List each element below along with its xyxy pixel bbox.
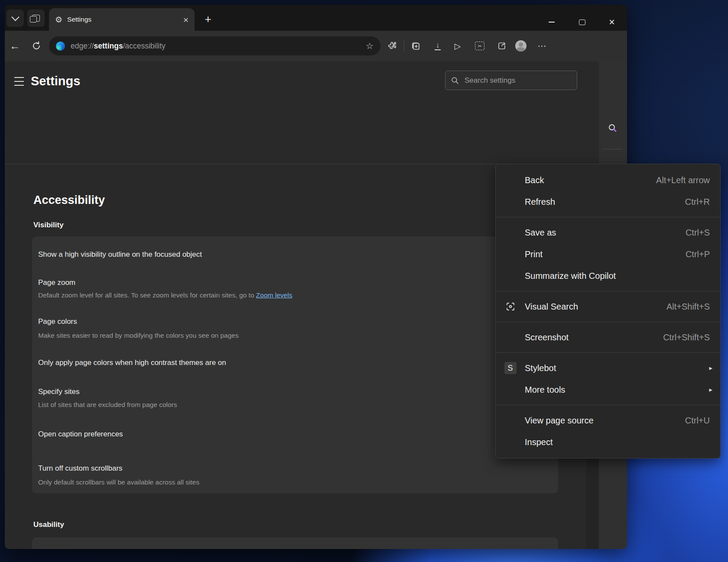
toolbar-divider [404, 40, 404, 52]
menu-item-stylebot[interactable]: S Stylebot ▸ [496, 357, 720, 379]
tab-title: Settings [67, 16, 183, 23]
workspaces-button[interactable] [27, 10, 45, 27]
collections-icon [410, 41, 421, 51]
hamburger-icon [14, 77, 24, 78]
stylebot-icon: S [504, 362, 517, 374]
chevron-down-icon [11, 13, 19, 21]
close-window-button[interactable]: × [603, 14, 621, 30]
menu-divider [496, 352, 720, 353]
menu-item-more-tools[interactable]: More tools ▸ [496, 379, 720, 401]
menu-divider [496, 322, 720, 322]
search-input[interactable] [464, 76, 571, 85]
visibility-card: Show a high visibility outline on the fo… [32, 236, 558, 493]
menu-item-save-as[interactable]: Save as Ctrl+S [496, 222, 720, 243]
minimize-button[interactable] [543, 14, 561, 30]
desktop: { "titlebar": { "tab_title": "Settings" … [0, 0, 728, 562]
section-heading: Accessibility [33, 194, 105, 207]
refresh-button[interactable] [29, 39, 44, 53]
menu-item-view-page-source[interactable]: View page source Ctrl+U [496, 410, 720, 431]
setting-row-specify-sites[interactable]: Specify sites [38, 388, 79, 396]
tab-actions-button[interactable] [6, 10, 24, 27]
setting-row: Turn off custom scrollbars [38, 464, 123, 473]
menu-item-visual-search[interactable]: Visual Search Alt+Shift+S [496, 296, 720, 317]
zoom-levels-link[interactable]: Zoom levels [256, 291, 292, 299]
favorite-star-icon[interactable]: ☆ [366, 41, 374, 51]
page-title: Settings [31, 74, 80, 88]
sidebar-search-button[interactable] [603, 118, 623, 138]
setting-row: Only apply page colors when high contras… [38, 359, 226, 367]
settings-menu-button[interactable] [14, 77, 24, 86]
usability-card: Get image descriptions for screen reader… [32, 537, 558, 549]
ellipsis-icon: ⋯ [538, 41, 547, 51]
collections-button[interactable] [408, 39, 423, 53]
puzzle-icon [387, 41, 398, 51]
setting-desc: Default zoom level for all sites. To see… [38, 291, 292, 299]
menu-item-back[interactable]: Back Alt+Left arrow [496, 169, 720, 191]
setting-desc: List of sites that are excluded from pag… [38, 401, 177, 409]
search-icon [451, 77, 459, 84]
setting-desc: Only default scrollbars will be availabl… [38, 478, 199, 486]
share-icon [497, 41, 507, 51]
subsection-usability: Usability [33, 520, 64, 529]
tab-bar: ⚙ Settings × + × [5, 5, 627, 31]
web-capture-button[interactable]: ✂ [472, 39, 487, 53]
refresh-icon [31, 41, 42, 51]
edge-logo-icon [56, 42, 65, 51]
setting-row: Page colors [38, 317, 77, 326]
setting-row-caption-preferences[interactable]: Open caption preferences [38, 430, 123, 439]
visual-search-icon [505, 301, 516, 312]
back-arrow-icon: ← [10, 40, 20, 52]
maximize-button[interactable] [573, 14, 591, 30]
sidebar-divider [602, 149, 622, 149]
settings-more-button[interactable]: ⋯ [535, 39, 549, 53]
extensions-button[interactable] [385, 39, 400, 53]
minimize-icon [549, 22, 555, 23]
menu-item-inspect[interactable]: Inspect [496, 431, 720, 453]
avatar [515, 40, 526, 52]
settings-search-box[interactable] [445, 71, 577, 90]
subsection-visibility: Visibility [33, 221, 64, 229]
menu-divider [496, 291, 720, 291]
submenu-arrow-icon: ▸ [709, 364, 712, 372]
maximize-icon [579, 19, 585, 25]
back-button[interactable]: ← [7, 39, 22, 53]
plus-icon: + [205, 13, 211, 26]
menu-item-summarize-with-copilot[interactable]: Summarize with Copilot [496, 265, 720, 287]
menu-divider [496, 405, 720, 405]
share-button[interactable] [494, 39, 509, 53]
tab-settings[interactable]: ⚙ Settings × [49, 8, 195, 31]
close-icon: × [609, 17, 614, 27]
menu-divider [496, 217, 720, 217]
tab-close-icon[interactable]: × [183, 15, 188, 24]
menu-item-print[interactable]: Print Ctrl+P [496, 243, 720, 265]
setting-row: Show a high visibility outline on the fo… [38, 250, 202, 259]
setting-row: Page zoom [38, 278, 75, 287]
workspaces-icon [32, 15, 40, 22]
menu-item-screenshot[interactable]: Screenshot Ctrl+Shift+S [496, 326, 720, 348]
profile-button[interactable] [514, 39, 528, 53]
address-bar[interactable]: edge://settings/accessibility ☆ [49, 36, 380, 55]
toolbar: ← edge://settings/accessibility ☆ [5, 31, 627, 61]
gear-icon: ⚙ [55, 16, 62, 24]
setting-desc: Make sites easier to read by modifying t… [38, 332, 239, 339]
send-to-devices-button[interactable]: ▷ [450, 39, 465, 53]
context-menu: Back Alt+Left arrow Refresh Ctrl+R Save … [495, 164, 721, 459]
new-tab-button[interactable]: + [201, 12, 215, 26]
url-text: edge://settings/accessibility [71, 42, 366, 51]
bing-search-icon [608, 123, 618, 133]
web-capture-icon: ✂ [475, 42, 484, 50]
download-icon: ↓ [435, 42, 441, 50]
submenu-arrow-icon: ▸ [709, 386, 712, 394]
menu-item-refresh[interactable]: Refresh Ctrl+R [496, 191, 720, 213]
send-icon: ▷ [455, 41, 461, 51]
downloads-button[interactable]: ↓ [430, 39, 445, 53]
